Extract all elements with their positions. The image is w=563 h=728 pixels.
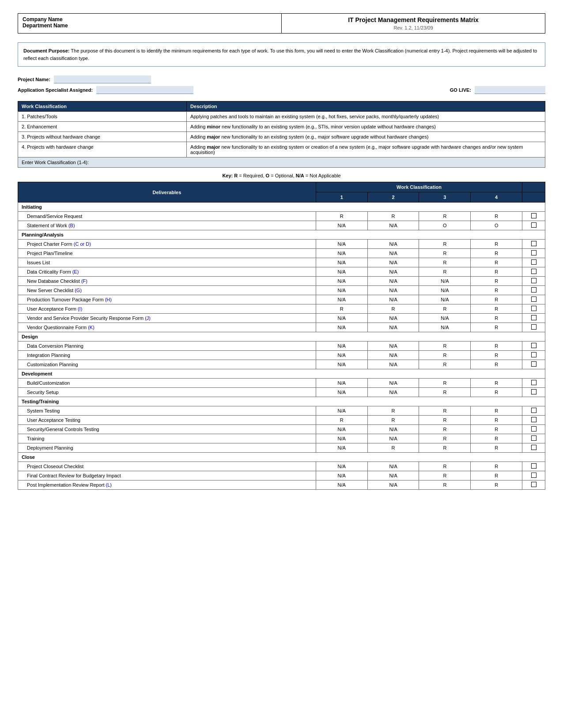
- del-checkbox[interactable]: [522, 388, 545, 397]
- del-checkbox[interactable]: [522, 314, 545, 323]
- del-checkbox[interactable]: [522, 379, 545, 388]
- checkbox-box[interactable]: [531, 259, 537, 265]
- checkbox-box[interactable]: [531, 278, 537, 283]
- del-val-col2: N/A: [367, 295, 419, 304]
- del-checkbox[interactable]: [522, 277, 545, 286]
- del-val-col1: N/A: [316, 221, 367, 230]
- del-val-col4: R: [471, 388, 522, 397]
- checkbox-box[interactable]: [531, 241, 537, 246]
- del-row: User Acceptance TestingRRRR: [18, 416, 545, 425]
- checkbox-box[interactable]: [531, 473, 537, 478]
- del-checkbox[interactable]: [522, 323, 545, 332]
- del-checkbox[interactable]: [522, 360, 545, 369]
- del-col-1: 1: [316, 192, 367, 203]
- del-val-col1: N/A: [316, 351, 367, 360]
- checkbox-box[interactable]: [531, 315, 537, 320]
- del-row: Deployment PlanningN/ARRR: [18, 443, 545, 453]
- checkbox-box[interactable]: [531, 269, 537, 274]
- checkbox-box[interactable]: [531, 343, 537, 348]
- del-row-label: Project Closeout Checklist: [18, 462, 316, 471]
- wc-row-3: 3. Projects without hardware changeAddin…: [18, 132, 545, 142]
- section-label-5: Close: [18, 453, 545, 462]
- del-checkbox[interactable]: [522, 443, 545, 453]
- del-val-col4: R: [471, 351, 522, 360]
- del-val-col2: N/A: [367, 379, 419, 388]
- del-val-col1: N/A: [316, 425, 367, 434]
- go-live-input[interactable]: [475, 86, 545, 94]
- del-val-col1: N/A: [316, 277, 367, 286]
- del-checkbox[interactable]: [522, 434, 545, 443]
- del-val-col4: R: [471, 406, 522, 416]
- checkbox-box[interactable]: [531, 408, 537, 413]
- checkbox-box[interactable]: [531, 352, 537, 357]
- row-link: (E): [72, 269, 79, 274]
- del-checkbox[interactable]: [522, 249, 545, 258]
- del-row: Statement of Work (B)N/AN/AOO: [18, 221, 545, 230]
- del-val-col3: N/A: [419, 286, 471, 295]
- del-checkbox[interactable]: [522, 351, 545, 360]
- del-checkbox[interactable]: [522, 295, 545, 304]
- checkbox-box[interactable]: [531, 296, 537, 302]
- del-checkbox[interactable]: [522, 480, 545, 490]
- checkbox-box[interactable]: [531, 222, 537, 228]
- del-val-col3: R: [419, 406, 471, 416]
- del-checkbox[interactable]: [522, 258, 545, 267]
- del-val-col2: N/A: [367, 360, 419, 369]
- del-row-label: Project Plan/Timeline: [18, 249, 316, 258]
- row-link: (L): [106, 482, 112, 488]
- key-text: Key: R = Required, O = Optional, N/A = N…: [222, 173, 340, 178]
- del-val-col4: R: [471, 240, 522, 249]
- checkbox-box[interactable]: [531, 463, 537, 469]
- del-checkbox[interactable]: [522, 221, 545, 230]
- checkbox-box[interactable]: [531, 417, 537, 422]
- header-table: Company Name Department Name IT Project …: [18, 13, 545, 34]
- del-val-col2: N/A: [367, 471, 419, 480]
- del-checkbox[interactable]: [522, 240, 545, 249]
- del-val-col1: N/A: [316, 480, 367, 490]
- del-checkbox[interactable]: [522, 462, 545, 471]
- checkbox-box[interactable]: [531, 250, 537, 255]
- work-classification-table: Work Classification Description 1. Patch…: [18, 101, 545, 168]
- wc-classification-2: 2. Enhancement: [18, 122, 187, 132]
- row-link: (C or D): [74, 241, 91, 247]
- doc-revision: Rev. 1.2, 11/23/09: [286, 25, 540, 30]
- checkbox-box[interactable]: [531, 426, 537, 432]
- checkbox-box[interactable]: [531, 324, 537, 330]
- del-val-col4: R: [471, 323, 522, 332]
- del-checkbox[interactable]: [522, 341, 545, 351]
- del-checkbox[interactable]: [522, 406, 545, 416]
- checkbox-box[interactable]: [531, 445, 537, 450]
- checkbox-box[interactable]: [531, 380, 537, 385]
- del-val-col3: R: [419, 249, 471, 258]
- section-label-1: Planning/Analysis: [18, 230, 545, 240]
- del-checkbox[interactable]: [522, 212, 545, 221]
- del-checkbox[interactable]: [522, 425, 545, 434]
- checkbox-box[interactable]: [531, 482, 537, 487]
- del-val-col4: R: [471, 471, 522, 480]
- del-val-col4: R: [471, 277, 522, 286]
- checkbox-box[interactable]: [531, 361, 537, 367]
- del-val-col2: N/A: [367, 388, 419, 397]
- del-checkbox[interactable]: [522, 304, 545, 314]
- specialist-input[interactable]: [96, 86, 193, 94]
- checkbox-box[interactable]: [531, 435, 537, 441]
- del-checkbox[interactable]: [522, 267, 545, 277]
- del-row-label: Final Contract Review for Budgetary Impa…: [18, 471, 316, 480]
- del-row: Vendor and Service Provider Security Res…: [18, 314, 545, 323]
- del-val-col4: O: [471, 221, 522, 230]
- del-val-col2: R: [367, 212, 419, 221]
- del-row: Integration PlanningN/AN/ARR: [18, 351, 545, 360]
- del-checkbox[interactable]: [522, 471, 545, 480]
- del-row: Security SetupN/AN/ARR: [18, 388, 545, 397]
- del-row: Security/General Controls TestingN/AN/AR…: [18, 425, 545, 434]
- del-checkbox[interactable]: [522, 286, 545, 295]
- project-name-input[interactable]: [54, 75, 151, 83]
- del-val-col3: R: [419, 267, 471, 277]
- checkbox-box[interactable]: [531, 389, 537, 394]
- del-row-label: Vendor Questionnaire Form (K): [18, 323, 316, 332]
- checkbox-box[interactable]: [531, 306, 537, 311]
- del-checkbox[interactable]: [522, 416, 545, 425]
- del-val-col3: R: [419, 462, 471, 471]
- checkbox-box[interactable]: [531, 287, 537, 293]
- checkbox-box[interactable]: [531, 213, 537, 218]
